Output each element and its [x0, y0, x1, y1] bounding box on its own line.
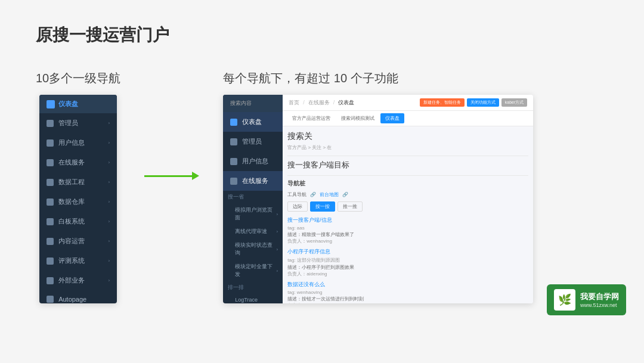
auto-icon — [47, 296, 54, 303]
sub-section-paipai: 排一排 — [223, 281, 283, 294]
left-column: 10多个一级导航 仪表盘 管理员 › — [36, 70, 120, 303]
nav-filter-row: 边际 按一按 推一推 — [287, 201, 528, 212]
sidebar-item-autopage[interactable]: Autopage — [39, 290, 117, 303]
filter-manji[interactable]: 边际 — [287, 201, 308, 212]
mail-icon — [47, 159, 54, 166]
right-mock-ui: 搜索内容 仪表盘 管理员 — [223, 95, 533, 303]
main-container: 原搜一搜运营门户 10多个一级导航 仪表盘 — [0, 0, 644, 327]
breadcrumb-current: 仪表盘 — [338, 99, 354, 107]
tab-dashboard[interactable]: 仪表盘 — [380, 113, 404, 123]
filter-tuiyi[interactable]: 推一推 — [338, 201, 363, 212]
kaber-button[interactable]: kaber方式 — [501, 98, 528, 107]
card-2-tag: tag: 这部分功能到原因图 — [287, 257, 528, 263]
card-1-tag: tag: aas — [287, 225, 528, 231]
sidebar-item-online-service[interactable]: 在线服务 › — [39, 153, 117, 172]
tab-product-ops[interactable]: 官方产品运营运营 — [287, 113, 335, 123]
watermark-text: 我要自学网 www.51zxw.net — [580, 291, 619, 308]
sidebar-item-external[interactable]: 外部业务 › — [39, 271, 117, 290]
content-icon — [47, 238, 54, 245]
board-icon — [47, 218, 54, 225]
mail2-icon — [230, 178, 237, 185]
breadcrumb-service: 在线服务 — [308, 99, 330, 107]
sub-section-sousou: 搜一省 — [223, 191, 283, 203]
card-3-desc: 描述：按钮才一次运情进行到到时刻 — [287, 296, 528, 302]
tab-bar: 官方产品运营运营 搜索词模拟测试 仪表盘 — [283, 111, 533, 126]
sidebar-item-user-info[interactable]: 用户信息 › — [39, 133, 117, 153]
home-icon — [47, 100, 55, 108]
content-body: 搜索关 官方产品 > 关注 > 在 搜一搜客户端目标 导航桩 工具导航 � — [283, 126, 533, 303]
box-icon — [47, 198, 54, 206]
card-3-tag: tag: wenhaoving — [287, 290, 528, 295]
watermark: 🌿 我要自学网 www.51zxw.net — [547, 284, 626, 315]
right-dark-sidebar: 搜索内容 仪表盘 管理员 — [223, 95, 283, 303]
meta-tags: 官方产品 > 关注 > 在 — [287, 144, 528, 151]
watermark-title: 我要自学网 — [580, 291, 619, 302]
page-title: 原搜一搜运营门户 — [36, 24, 608, 46]
database-icon — [47, 179, 54, 186]
right-content-panel: 首页 / 在线服务 / 仪表盘 新建任务、智能任务 关闭功能方式 kaber方式 — [283, 95, 533, 303]
card-1-desc: 描述：精致搜一搜客户端效果了 — [287, 231, 528, 238]
sidebar-item-data-warehouse[interactable]: 数据仓库 › — [39, 192, 117, 212]
card-2-author: 负责人：aidenxing — [287, 271, 528, 277]
watermark-logo: 🌿 — [554, 289, 575, 311]
person2-icon — [47, 139, 54, 147]
sidebar-item-admin[interactable]: 管理员 › — [39, 113, 117, 133]
arrow-head — [192, 172, 199, 180]
card-1-author: 负责人：wenhaoving — [287, 238, 528, 244]
green-arrow — [144, 172, 199, 180]
right-section-label: 每个导航下，有超过 10 个子功能 — [223, 72, 398, 85]
person-icon — [47, 120, 54, 127]
right-nav-user-info[interactable]: 用户信息 — [223, 151, 283, 171]
arrow-container — [144, 172, 199, 180]
nav-card-1: 搜一搜客户端/信息 tag: aas 描述：精致搜一搜客户端效果了 负责人：we… — [287, 216, 528, 244]
right-nav-admin[interactable]: 管理员 — [223, 132, 283, 151]
breadcrumb-home: 首页 — [289, 99, 299, 107]
person3-icon — [230, 138, 237, 145]
content-columns: 10多个一级导航 仪表盘 管理员 › — [36, 70, 608, 303]
right-nav-dashboard[interactable]: 仪表盘 — [223, 112, 283, 132]
left-mock-ui: 仪表盘 管理员 › 用户信息 — [39, 95, 117, 303]
create-task-button[interactable]: 新建任务、智能任务 — [420, 98, 465, 107]
nav-tool-label: 工具导航 — [287, 191, 306, 198]
sidebar-item-evaluation[interactable]: 评测系统 › — [39, 251, 117, 271]
content-title-area: 搜索关 官方产品 > 关注 > 在 — [287, 131, 528, 151]
sub-item-3[interactable]: 模块实时状态查询 › — [223, 238, 283, 260]
sidebar-header-text: 仪表盘 — [58, 100, 78, 108]
sub-item-logtrace[interactable]: LogTrace — [223, 294, 283, 303]
tab-search-sim[interactable]: 搜索词模拟测试 — [336, 113, 379, 123]
card-2-desc: 描述：小程序子到拦到原图效果 — [287, 264, 528, 271]
sidebar-item-content-ops[interactable]: 内容运营 › — [39, 231, 117, 251]
sidebar-header: 仪表盘 — [39, 95, 117, 113]
sidebar-item-data-engineering[interactable]: 数据工程 › — [39, 172, 117, 192]
nav-tools-row: 工具导航 🔗 前台地图 🔗 — [287, 191, 528, 198]
content-main-title: 搜索关 — [287, 131, 528, 142]
divider-1 — [287, 156, 528, 156]
nav-card-2: 小程序子程序信息 tag: 这部分功能到原因图 描述：小程序子到拦到原图效果 负… — [287, 248, 528, 277]
right-column: 每个导航下，有超过 10 个子功能 搜索内容 仪表盘 — [223, 70, 533, 303]
watermark-url: www.51zxw.net — [580, 302, 619, 308]
arrow-line — [144, 175, 192, 177]
filter-anyi[interactable]: 按一按 — [310, 201, 335, 212]
card-2-title[interactable]: 小程序子程序信息 — [287, 248, 528, 256]
home2-icon — [230, 119, 237, 126]
sub-item-4[interactable]: 模块定时全量下发 › — [223, 260, 283, 281]
left-dark-sidebar: 仪表盘 管理员 › 用户信息 — [39, 95, 117, 303]
star-icon — [47, 257, 54, 265]
sub-item-2[interactable]: 离线代理审速 › — [223, 225, 283, 238]
close-function-button[interactable]: 关闭功能方式 — [467, 98, 499, 107]
divider-2 — [287, 175, 528, 176]
external-icon — [47, 277, 54, 284]
card-3-author: 负责人：wenhaoving — [287, 302, 528, 303]
right-content-header: 首页 / 在线服务 / 仪表盘 新建任务、智能任务 关闭功能方式 kaber方式 — [283, 95, 533, 111]
person4-icon — [230, 158, 237, 165]
sidebar-item-whiteboard[interactable]: 白板系统 › — [39, 212, 117, 231]
left-section-label: 10多个一级导航 — [36, 72, 120, 85]
nav-card-3: 数据还没有么么 tag: wenhaoving 描述：按钮才一次运情进行到到时刻… — [287, 281, 528, 303]
card-3-title[interactable]: 数据还没有么么 — [287, 281, 528, 288]
card-1-title[interactable]: 搜一搜客户端/信息 — [287, 216, 528, 224]
header-buttons: 新建任务、智能任务 关闭功能方式 kaber方式 — [420, 98, 528, 107]
nav-active-link[interactable]: 前台地图 — [320, 191, 339, 198]
sub-item-1[interactable]: 模拟用户浏览页面 › — [223, 203, 283, 225]
right-sidebar-header: 搜索内容 — [223, 95, 283, 112]
right-nav-online-service[interactable]: 在线服务 — [223, 171, 283, 191]
